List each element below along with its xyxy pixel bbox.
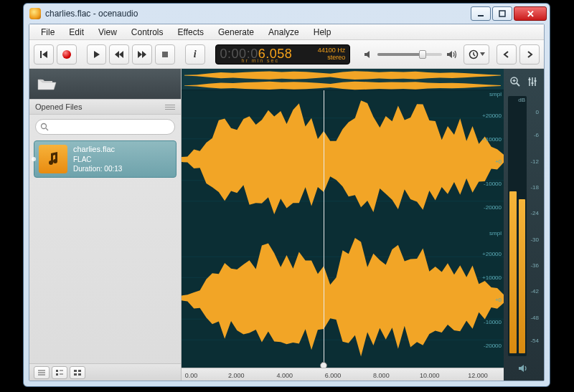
meter-tick: 0 — [536, 108, 539, 115]
waveform-overview[interactable] — [182, 69, 504, 90]
volume-low-icon — [363, 49, 373, 59]
view-grid-button[interactable] — [70, 366, 85, 379]
svg-line-40 — [517, 83, 519, 86]
time-tick: 6.000 — [325, 372, 342, 379]
go-start-button[interactable] — [34, 44, 54, 64]
amp-tick: +0 — [495, 158, 502, 165]
nav-next-button[interactable] — [519, 44, 540, 64]
window-title: charlies.flac - ocenaudio — [45, 9, 138, 19]
svg-rect-9 — [162, 52, 168, 57]
history-icon — [469, 49, 479, 59]
meter-tick: -6 — [534, 132, 539, 138]
waveform-channels[interactable]: smpl +20000 +10000 +0 -10000 -20000 smpl… — [182, 90, 504, 368]
meter-bars: dB — [508, 96, 527, 356]
volume-slider[interactable] — [377, 53, 442, 56]
waveform-area: smpl +20000 +10000 +0 -10000 -20000 smpl… — [182, 69, 504, 381]
time-units-label: hr min sec — [242, 58, 279, 63]
folder-open-icon — [37, 76, 57, 92]
file-thumbnail — [39, 145, 67, 173]
rewind-button[interactable] — [109, 44, 129, 64]
sidebar-footer — [29, 363, 181, 381]
svg-rect-1 — [499, 11, 505, 16]
menu-view[interactable]: View — [91, 26, 124, 39]
sidebar-section-label[interactable]: Opened Files — [29, 99, 181, 115]
svg-point-14 — [42, 124, 47, 129]
time-tick: 10.000 — [420, 372, 440, 379]
svg-rect-2 — [40, 51, 42, 58]
view-list-button[interactable] — [34, 366, 50, 379]
svg-marker-49 — [519, 365, 524, 372]
history-button[interactable] — [464, 44, 489, 64]
amp-tick: -20000 — [484, 204, 502, 211]
time-tick: 12.000 — [468, 372, 488, 379]
info-button[interactable]: i — [185, 44, 205, 64]
meter-tick: -42 — [530, 288, 539, 295]
amp-tick: -10000 — [484, 181, 502, 187]
svg-marker-8 — [142, 51, 146, 58]
overview-wave-icon — [184, 70, 501, 91]
zoom-in-button[interactable] — [508, 75, 522, 89]
svg-rect-24 — [78, 370, 81, 372]
app-content: File Edit View Controls Effects Generate… — [29, 24, 545, 381]
volume-fill — [377, 53, 423, 56]
opened-files-label: Opened Files — [35, 102, 82, 111]
active-indicator-icon — [32, 157, 36, 161]
view-detail-button[interactable] — [52, 366, 67, 379]
titlebar[interactable]: charlies.flac - ocenaudio ✕ — [24, 4, 550, 24]
svg-line-15 — [46, 128, 48, 130]
level-bar-right — [519, 199, 526, 353]
amp-tick: +20000 — [482, 251, 502, 257]
app-icon — [29, 8, 41, 19]
sidebar: Opened Files charlies.flac — [29, 69, 182, 381]
svg-marker-11 — [447, 51, 452, 58]
stop-button[interactable] — [155, 44, 175, 64]
sidebar-header[interactable] — [29, 69, 181, 99]
meter-tick: -24 — [530, 210, 539, 216]
time-display[interactable]: 0:00:06.058 hr min sec 44100 Hz stereo — [215, 44, 351, 64]
svg-rect-21 — [56, 373, 58, 376]
menu-effects[interactable]: Effects — [171, 26, 211, 39]
amp-tick: +10000 — [482, 274, 502, 281]
time-tick: 4.000 — [276, 372, 293, 379]
menu-edit[interactable]: Edit — [62, 26, 91, 39]
minimize-button[interactable] — [471, 6, 491, 21]
time-tick: 2.000 — [228, 372, 245, 379]
volume-high-icon — [446, 49, 458, 59]
menu-generate[interactable]: Generate — [211, 26, 261, 39]
level-bar-left — [509, 191, 517, 353]
amp-tick: +10000 — [482, 136, 502, 143]
search-field[interactable] — [35, 119, 175, 135]
file-item[interactable]: charlies.flac FLAC Duration: 00:13 — [34, 140, 177, 178]
waveform-canvas — [182, 90, 504, 368]
svg-rect-46 — [529, 79, 531, 80]
time-ruler[interactable]: 0.00 2.000 4.000 6.000 8.000 10.000 12.0… — [182, 368, 504, 381]
file-name: charlies.flac — [73, 144, 122, 155]
svg-point-12 — [469, 50, 477, 58]
meter-tick: -54 — [530, 338, 539, 344]
playhead-cursor[interactable] — [324, 90, 324, 368]
amplitude-scale: smpl +20000 +10000 +0 -10000 -20000 smpl… — [476, 90, 504, 368]
meter-tick: -18 — [530, 184, 539, 191]
maximize-button[interactable] — [492, 6, 512, 21]
speaker-icon — [518, 363, 530, 373]
fast-forward-button[interactable] — [132, 44, 152, 64]
svg-rect-48 — [535, 80, 537, 82]
right-panel: dB 0 -6 -12 -18 -24 -30 -36 -42 -48 — [504, 69, 544, 381]
zoom-in-icon — [509, 76, 521, 87]
volume-thumb[interactable] — [419, 50, 426, 59]
close-button[interactable]: ✕ — [514, 6, 547, 21]
nav-prev-button[interactable] — [497, 44, 517, 64]
tuning-icon — [527, 76, 538, 87]
tuning-button[interactable] — [525, 75, 540, 89]
search-input[interactable] — [52, 123, 170, 131]
amp-tick: -20000 — [484, 343, 502, 349]
svg-rect-0 — [478, 15, 484, 16]
menu-analyze[interactable]: Analyze — [261, 26, 306, 39]
record-button[interactable] — [57, 44, 77, 64]
svg-marker-10 — [364, 51, 370, 58]
play-button[interactable] — [87, 44, 107, 64]
menu-controls[interactable]: Controls — [124, 26, 171, 39]
mute-button[interactable] — [507, 360, 541, 376]
menu-help[interactable]: Help — [306, 26, 339, 39]
menu-file[interactable]: File — [34, 26, 62, 39]
